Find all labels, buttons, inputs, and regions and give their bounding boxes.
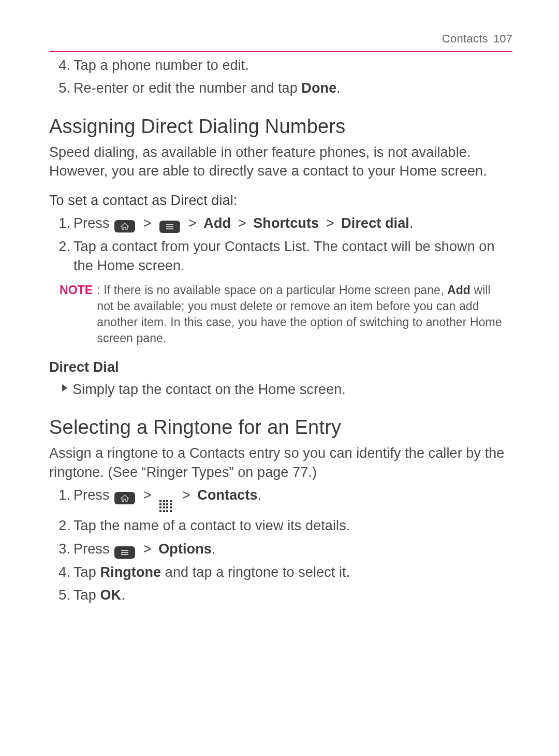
menu-key-icon: [159, 221, 180, 233]
text-run: Tap: [73, 587, 100, 603]
text-run: .: [409, 215, 414, 231]
step-text: Press > Options.: [73, 540, 512, 559]
text-run: Press: [73, 541, 113, 557]
svg-rect-5: [121, 554, 128, 555]
ringtone-step-5: 5. Tap OK.: [49, 586, 512, 604]
triangle-bullet-icon: [62, 384, 67, 391]
home-key-icon: [114, 220, 135, 232]
step-text: Tap a contact from your Contacts List. T…: [73, 237, 512, 275]
step-text: Press > > Contacts.: [73, 486, 512, 512]
step-text: Tap a phone number to edit.: [73, 56, 512, 75]
header-section-name: Contacts: [442, 31, 488, 47]
bold-run: Direct dial: [341, 215, 409, 231]
text-run: .: [336, 80, 341, 96]
manual-page: Contacts 107 4. Tap a phone number to ed…: [0, 0, 559, 756]
note-text: : If there is no available space on a pa…: [95, 282, 509, 346]
step-text: Tap Ringtone and tap a ringtone to selec…: [73, 563, 512, 581]
bullet-text: Simply tap the contact on the Home scree…: [72, 380, 346, 399]
apps-grid-icon: [159, 500, 174, 512]
direct-dial-step-2: 2. Tap a contact from your Contacts List…: [49, 237, 512, 275]
step-marker: 2.: [57, 516, 70, 535]
subheading-direct-dial: Direct Dial: [49, 358, 512, 376]
bold-run: Ringtone: [100, 564, 161, 580]
separator: >: [143, 541, 155, 557]
bold-run: Add: [447, 283, 470, 297]
continued-steps-list: 4. Tap a phone number to edit. 5. Re-ent…: [49, 56, 512, 98]
separator: >: [143, 487, 155, 503]
home-key-icon: [114, 492, 135, 504]
separator: >: [182, 487, 194, 503]
step-text: Press > > Add > Shortcuts > Direct dial.: [73, 214, 512, 233]
text-run: :: [97, 283, 104, 297]
text-run: If there is no available space on a part…: [104, 283, 447, 297]
menu-key-icon: [114, 546, 135, 559]
bold-run: Done: [301, 80, 336, 96]
ringtone-steps: 1. Press > > Contacts.: [49, 486, 512, 604]
note-block: NOTE : If there is no available space on…: [49, 282, 512, 346]
bold-run: Options: [158, 541, 212, 557]
step-4: 4. Tap a phone number to edit.: [49, 56, 512, 75]
running-header: Contacts 107: [49, 31, 512, 52]
ringtone-step-1: 1. Press > > Contacts.: [49, 486, 512, 512]
bold-run: Shortcuts: [253, 215, 319, 231]
bold-run: Contacts: [197, 487, 257, 503]
section-title-ringtone: Selecting a Ringtone for an Entry: [49, 414, 512, 441]
svg-rect-2: [166, 228, 173, 229]
text-run: and tap a ringtone to select it.: [161, 564, 350, 580]
step-marker: 4.: [57, 56, 70, 75]
text-run: Press: [73, 487, 113, 503]
step-5: 5. Re-enter or edit the number and tap D…: [49, 79, 512, 97]
step-text: Re-enter or edit the number and tap Done…: [73, 79, 512, 97]
svg-rect-1: [166, 226, 173, 227]
step-text: Tap the name of a contact to view its de…: [73, 516, 512, 535]
text-run: .: [121, 587, 125, 603]
step-marker: 2.: [57, 237, 70, 256]
text-run: .: [212, 541, 216, 557]
step-text: Tap OK.: [73, 586, 512, 604]
step-marker: 3.: [57, 540, 70, 558]
ringtone-step-2: 2. Tap the name of a contact to view its…: [49, 516, 512, 535]
section-title-direct-dialing: Assigning Direct Dialing Numbers: [49, 113, 512, 140]
section-intro: Assign a ringtone to a Contacts entry so…: [49, 444, 512, 482]
text-run: Press: [73, 215, 113, 231]
ringtone-step-4: 4. Tap Ringtone and tap a ringtone to se…: [49, 563, 512, 581]
ringtone-step-3: 3. Press > Options.: [49, 540, 512, 559]
text-run: .: [258, 487, 262, 503]
step-marker: 1.: [57, 486, 70, 504]
note-label: NOTE: [60, 282, 93, 298]
direct-dial-bullet: Simply tap the contact on the Home scree…: [49, 380, 512, 399]
step-marker: 5.: [57, 586, 70, 604]
direct-dial-step-1: 1. Press > > Add > Shortcuts > Direct di…: [49, 214, 512, 233]
step-marker: 5.: [57, 79, 70, 97]
direct-dial-steps: 1. Press > > Add > Shortcuts > Direct di…: [49, 214, 512, 275]
svg-rect-3: [121, 550, 128, 551]
bold-run: OK: [100, 587, 121, 603]
step-marker: 1.: [57, 214, 70, 232]
text-run: Re-enter or edit the number and tap: [73, 80, 301, 96]
step-marker: 4.: [57, 563, 70, 581]
separator: >: [188, 215, 200, 231]
header-page-number: 107: [493, 31, 512, 47]
text-run: Tap: [73, 564, 100, 580]
bold-run: Add: [203, 215, 231, 231]
section-intro: Speed dialing, as available in other fea…: [49, 143, 512, 181]
separator: >: [143, 215, 155, 231]
separator: >: [238, 215, 250, 231]
subheading-set-direct-dial: To set a contact as Direct dial:: [49, 191, 512, 210]
separator: >: [326, 215, 338, 231]
svg-rect-0: [166, 224, 173, 225]
svg-rect-4: [121, 552, 128, 553]
